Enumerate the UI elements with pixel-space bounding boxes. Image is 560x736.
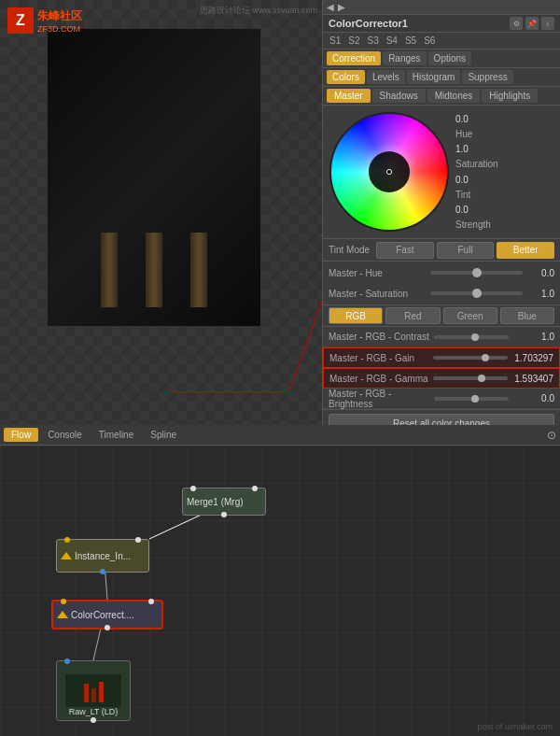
panel-title-bar: ColorCorrector1 ⚙ 📌 i [323, 15, 560, 33]
stab-s6[interactable]: S6 [421, 35, 438, 47]
param-track-3[interactable] [434, 397, 509, 401]
param-track-2[interactable] [433, 376, 508, 380]
node-raw-dot-b [91, 717, 96, 723]
node-dot-top-right [135, 537, 141, 543]
viewport: Z 朱峰社区 ZF3D.COM 思路设计论坛 www.ssvuan.com [0, 0, 322, 425]
s-tabs: S1S2S3S4S5S6 [323, 33, 560, 50]
node-color-dot-b [105, 625, 110, 630]
node-tab-icon[interactable]: ⊙ [547, 429, 556, 442]
panel-icon-pin[interactable]: 📌 [525, 17, 539, 30]
main-tab-options[interactable]: Options [428, 51, 471, 65]
node-merge[interactable]: Merge1 (Mrg) [182, 488, 266, 516]
node-color-triangle [57, 611, 68, 618]
viewport-object-inner [48, 29, 260, 326]
sub-tab-histogram[interactable]: Histogram [407, 70, 461, 84]
tint-btn-fast[interactable]: Fast [376, 242, 434, 259]
stab-s3[interactable]: S3 [364, 35, 381, 47]
panel-icon-info[interactable]: i [541, 17, 554, 30]
param-track-1[interactable] [433, 356, 508, 360]
logo-z: Z [7, 7, 34, 34]
slider-track-1[interactable] [430, 291, 523, 295]
saturation-value: 1.0 [455, 144, 469, 154]
nav-arrow-left[interactable]: ◀ [327, 2, 334, 12]
color-wheel-container[interactable] [329, 111, 450, 233]
strength-row: 0.0 [455, 205, 554, 215]
tone-tab-midtones[interactable]: Midtones [427, 89, 481, 103]
param-thumb-3[interactable] [471, 395, 479, 403]
right-panel: ◀ ▶ ColorCorrector1 ⚙ 📌 i S1S2S3S4S5S6 C… [322, 0, 560, 425]
node-merge-dot-tl [190, 486, 196, 491]
main-tab-ranges[interactable]: Ranges [383, 51, 426, 65]
param-thumb-2[interactable] [478, 375, 485, 382]
viewport-legs [101, 233, 207, 307]
slider-row-1: Master - Saturation 1.0 [329, 285, 554, 302]
rgb-btn-red[interactable]: Red [385, 307, 440, 324]
sub-tab-levels[interactable]: Levels [367, 70, 405, 84]
param-thumb-1[interactable] [482, 354, 489, 361]
saturation-label: Saturation [455, 159, 498, 169]
tone-tab-shadows[interactable]: Shadows [372, 89, 426, 103]
panel-nav-arrows: ◀ ▶ [323, 0, 560, 15]
svg-rect-4 [84, 684, 89, 702]
sliders-area: Master - Hue 0.0 Master - Saturation 1.0 [323, 262, 560, 304]
main-tab-correction[interactable]: Correction [327, 51, 381, 65]
sub-tab-suppress[interactable]: Suppress [462, 70, 512, 84]
nav-arrow-right[interactable]: ▶ [338, 2, 345, 12]
strength-value: 0.0 [455, 205, 469, 215]
param-label-3: Master - RGB - Brightness [329, 389, 430, 409]
slider-thumb-1[interactable] [472, 289, 482, 298]
viewport-object [47, 28, 261, 327]
param-value-1: 1.703297 [511, 353, 553, 363]
hue-label-row: Hue [455, 129, 554, 139]
param-track-0[interactable] [434, 335, 509, 339]
param-thumb-0[interactable] [471, 333, 479, 341]
node-merge-label: Merge1 (Mrg) [187, 497, 244, 507]
node-triangle-icon [61, 552, 72, 559]
node-color-label: ColorCorrect.... [71, 610, 134, 620]
slider-label-0: Master - Hue [329, 268, 427, 278]
stab-s5[interactable]: S5 [402, 35, 419, 47]
tone-tab-master[interactable]: Master [327, 89, 371, 103]
node-raw-label: Raw_LT (LD) [69, 707, 119, 716]
logo-website: ZF3D.COM [37, 24, 82, 34]
stab-s2[interactable]: S2 [345, 35, 362, 47]
saturation-row: 1.0 [455, 144, 554, 154]
hue-label: Hue [455, 129, 472, 139]
rgb-btn-green[interactable]: Green [443, 307, 497, 324]
watermark-top: 思路设计论坛 www.ssvuan.com [200, 5, 317, 17]
node-tab-flow[interactable]: Flow [4, 428, 38, 442]
param-value-3: 0.0 [512, 393, 554, 403]
tint-value: 0.0 [455, 175, 469, 185]
tint-label-row: Tint [455, 190, 554, 200]
node-tab-spline[interactable]: Spline [143, 428, 184, 442]
hue-value: 0.0 [455, 114, 469, 124]
param-row-1: Master - RGB - Gain 1.703297 [323, 347, 560, 368]
param-rows: Master - RGB - Contrast 1.0 Master - RGB… [323, 327, 560, 409]
tint-btn-full[interactable]: Full [437, 242, 495, 259]
color-wheel-values: 0.0 Hue 1.0 Saturation 0.0 Tint [455, 111, 554, 233]
rgb-btn-blue[interactable]: Blue [500, 307, 554, 324]
node-tab-timeline[interactable]: Timeline [91, 428, 141, 442]
node-tab-right: ⊙ [547, 429, 556, 442]
rgb-btn-rgb[interactable]: RGB [329, 307, 383, 324]
node-dot-top [64, 537, 70, 543]
slider-thumb-0[interactable] [472, 268, 482, 277]
param-value-0: 1.0 [512, 332, 554, 342]
node-raw[interactable]: Raw_LT (LD) [56, 660, 131, 721]
node-tab-console[interactable]: Console [40, 428, 90, 442]
stab-s4[interactable]: S4 [384, 35, 400, 47]
panel-icon-gear[interactable]: ⚙ [510, 17, 523, 30]
color-wheel-indicator[interactable] [386, 169, 392, 175]
logo-text: 朱峰社区 ZF3D.COM [37, 8, 82, 34]
tint-btn-better[interactable]: Better [497, 242, 554, 259]
node-area[interactable]: Instance_In... Merge1 (Mrg) ColorCorrect… [0, 446, 560, 736]
tone-tab-highlights[interactable]: Highlights [482, 89, 538, 103]
slider-track-0[interactable] [430, 271, 523, 275]
param-label-0: Master - RGB - Contrast [329, 332, 430, 342]
tint-label: Tint [455, 190, 470, 200]
sub-tab-colors[interactable]: Colors [327, 70, 365, 84]
node-colorcorrect[interactable]: ColorCorrect.... [51, 600, 163, 630]
stab-s1[interactable]: S1 [327, 35, 343, 47]
node-instance[interactable]: Instance_In... [56, 539, 149, 573]
param-row-3: Master - RGB - Brightness 0.0 [323, 389, 560, 409]
